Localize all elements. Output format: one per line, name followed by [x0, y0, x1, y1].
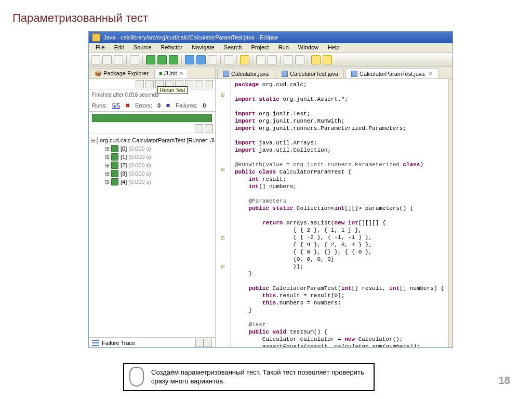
compare-icon[interactable] — [195, 339, 204, 347]
mouse-icon — [129, 367, 144, 388]
new-class-icon[interactable] — [196, 55, 206, 64]
toolbar-sep — [236, 55, 237, 64]
failure-trace-panel[interactable]: Failure Trace — [89, 337, 215, 348]
gutter[interactable]: ⊟ ⊟ ⊟ ⊟ — [216, 79, 231, 348]
mark2-icon[interactable] — [295, 55, 304, 64]
ed-tab-label: Calculator.java — [231, 71, 269, 77]
editor-tab-paramtest[interactable]: CalculatorParamTest.java✕ — [345, 68, 438, 78]
page-number: 18 — [499, 375, 510, 387]
save-all-icon[interactable] — [114, 55, 123, 64]
titlebar[interactable]: Java - calclibrary/src/org/cud/calc/Calc… — [89, 32, 453, 43]
ed-tab-label: CalculatorTest.java — [290, 71, 338, 77]
tree-test[interactable]: ⊞[3](0.000 s) — [90, 169, 214, 178]
editor-tab-calculatortest[interactable]: CalculatorTest.java — [276, 69, 344, 78]
scroll-lock-icon[interactable] — [205, 124, 213, 132]
menu-source[interactable]: Source — [129, 43, 156, 52]
main-area: 📦 Package Explorer ■ JUnit ✕ Finished af… — [89, 67, 453, 348]
tab-package-explorer[interactable]: 📦 Package Explorer — [90, 68, 153, 78]
search-icon[interactable] — [224, 55, 233, 64]
code-content[interactable]: package org.cud.calc; import static org.… — [231, 79, 448, 348]
filter-icon[interactable] — [204, 339, 212, 347]
tooltip: Rerun Test — [157, 86, 188, 94]
run-icon[interactable] — [157, 55, 167, 64]
failure-trace-label: Failure Trace — [102, 340, 135, 346]
test-pass-icon — [111, 153, 118, 161]
test-time: (0.000 s) — [128, 145, 151, 152]
toolbar-sep — [142, 55, 143, 64]
save-icon[interactable] — [102, 55, 112, 64]
test-label: [2] — [121, 162, 127, 168]
tree-test[interactable]: ⊞[4](0.000 s) — [90, 178, 214, 186]
menu-project[interactable]: Project — [246, 43, 273, 52]
ed-tab-label: CalculatorParamTest.java — [360, 71, 424, 77]
junit-view: 📦 Package Explorer ■ JUnit ✕ Finished af… — [89, 67, 216, 348]
next-fail-icon[interactable] — [136, 80, 144, 88]
toolbar-sep — [252, 55, 253, 64]
trace-icon — [92, 340, 99, 346]
tree-root[interactable]: ⊟org.cud.calc.CalculatorParamTest [Runne… — [90, 136, 214, 144]
menu-refactor[interactable]: Refactor — [156, 43, 188, 52]
open-type-icon[interactable] — [208, 55, 217, 64]
test-time: (0.000 s) — [128, 162, 151, 168]
test-pass-icon — [111, 145, 118, 152]
view-tabs: 📦 Package Explorer ■ JUnit ✕ — [89, 67, 215, 79]
tree-label: org.cud.calc.CalculatorParamTest [Runner… — [100, 137, 215, 143]
java-file-icon — [351, 71, 357, 77]
test-time: (0.000 s) — [128, 179, 151, 185]
debug-icon[interactable] — [146, 55, 155, 64]
mark-icon[interactable] — [284, 55, 293, 64]
test-label: [3] — [121, 170, 127, 177]
code-editor[interactable]: ⊟ ⊟ ⊟ ⊟ package org.cud.calc; import sta… — [216, 79, 453, 348]
eclipse-icon — [92, 33, 100, 42]
tab-junit[interactable]: ■ JUnit ✕ — [154, 68, 188, 78]
junit-toolbar — [89, 79, 215, 90]
menu-help[interactable]: Help — [323, 43, 344, 52]
tab-label: Package Explorer — [103, 70, 149, 76]
new-icon[interactable] — [91, 55, 100, 64]
menu-file[interactable]: File — [91, 43, 110, 52]
menu-edit[interactable]: Edit — [110, 43, 129, 52]
runs-label: Runs: — [92, 102, 107, 109]
editor-area: Calculator.java CalculatorTest.java Calc… — [216, 67, 453, 348]
editor-tab-calculator[interactable]: Calculator.java — [217, 69, 274, 78]
toolbar-sep — [126, 55, 127, 64]
build-icon[interactable] — [130, 55, 139, 64]
test-pass-icon — [111, 178, 118, 185]
tree-test[interactable]: ⊞[0](0.000 s) — [90, 144, 214, 153]
junit-tree[interactable]: ⊟org.cud.calc.CalculatorParamTest [Runne… — [89, 134, 215, 337]
task-icon[interactable] — [256, 55, 265, 64]
test-time: (0.000 s) — [128, 154, 151, 160]
junit-progress — [92, 114, 212, 122]
test-pass-icon — [111, 162, 118, 169]
failures-label: Failures: — [176, 102, 197, 109]
tree-test[interactable]: ⊞[2](0.000 s) — [90, 161, 214, 169]
layout-icon[interactable] — [195, 124, 203, 132]
gear-icon[interactable] — [240, 55, 249, 64]
new-package-icon[interactable] — [185, 55, 194, 64]
test-time: (0.000 s) — [128, 170, 151, 177]
back-icon[interactable] — [311, 55, 321, 64]
tab-label: JUnit — [164, 70, 177, 76]
menu-navigate[interactable]: Navigate — [187, 43, 219, 52]
task2-icon[interactable] — [268, 55, 277, 64]
run-last-icon[interactable] — [169, 55, 178, 64]
test-pass-icon — [111, 170, 118, 177]
java-file-icon — [282, 71, 288, 77]
forward-icon[interactable] — [323, 55, 332, 64]
pin-icon[interactable] — [195, 80, 203, 88]
tree-test[interactable]: ⊞[1](0.000 s) — [90, 153, 214, 161]
prev-fail-icon[interactable] — [145, 80, 154, 88]
close-icon[interactable]: ✕ — [428, 70, 433, 77]
editor-tabs: Calculator.java CalculatorTest.java Calc… — [216, 67, 453, 79]
menu-search[interactable]: Search — [219, 43, 247, 52]
caption-text: Создаём параметризованный тест. Такой те… — [151, 368, 368, 386]
menu-window[interactable]: Window — [294, 43, 323, 52]
failures-value: 0 — [203, 102, 206, 109]
menu-run[interactable]: Run — [274, 43, 294, 52]
suite-icon — [97, 137, 98, 144]
caption-box: Создаём параметризованный тест. Такой те… — [123, 363, 375, 391]
menu-icon[interactable] — [205, 80, 213, 88]
vertical-scrollbar[interactable] — [448, 79, 453, 348]
toolbar-sep — [220, 55, 221, 64]
toolbar — [89, 53, 453, 67]
